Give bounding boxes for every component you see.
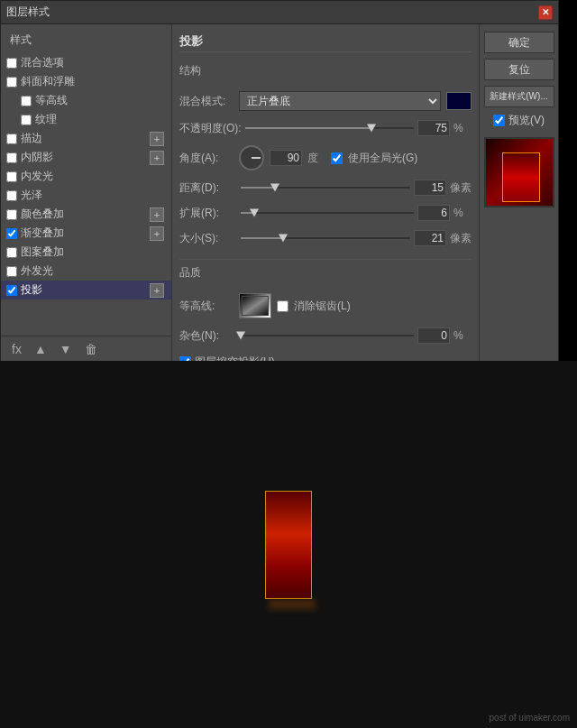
- size-input[interactable]: [414, 230, 446, 246]
- spread-slider[interactable]: [241, 207, 414, 219]
- new-style-button[interactable]: 新建样式(W)...: [484, 86, 554, 107]
- left-panel: 样式 混合选项 斜面和浮雕 等高线 纹理: [1, 24, 172, 367]
- titlebar: 图层样式 ✕: [1, 1, 558, 24]
- delete-icon[interactable]: 🗑: [81, 340, 101, 358]
- sidebar-item-blending[interactable]: 混合选项: [1, 53, 171, 72]
- outer-glow-checkbox[interactable]: [6, 266, 17, 277]
- sidebar-item-inner-shadow[interactable]: 内阴影 +: [1, 148, 171, 167]
- preview-row: 预览(V): [493, 113, 545, 128]
- pattern-overlay-label: 图案叠加: [21, 244, 64, 260]
- gradient-overlay-label: 渐变叠加: [21, 226, 64, 241]
- blend-mode-select[interactable]: 正片叠底 正常 溶解: [239, 91, 441, 111]
- inner-glow-checkbox[interactable]: [6, 171, 17, 182]
- opacity-input[interactable]: [417, 120, 450, 136]
- noise-unit: %: [453, 329, 472, 342]
- distance-row: 距离(D): 像素: [179, 180, 472, 196]
- sidebar-item-satin[interactable]: 光泽: [1, 186, 171, 205]
- sidebar-item-bevel[interactable]: 斜面和浮雕: [1, 72, 171, 91]
- pattern-overlay-checkbox[interactable]: [6, 247, 17, 258]
- spread-input[interactable]: [417, 205, 450, 221]
- contour-preview[interactable]: [239, 293, 271, 318]
- main-panel: 投影 结构 混合模式: 正片叠底 正常 溶解 不透明度(O):: [172, 24, 479, 367]
- sidebar-item-stroke[interactable]: 描边 +: [1, 129, 171, 148]
- opacity-label: 不透明度(O):: [179, 121, 242, 136]
- shape-shadow: [269, 599, 316, 610]
- noise-input[interactable]: [417, 327, 450, 344]
- blend-color-swatch[interactable]: [446, 92, 472, 110]
- ok-button[interactable]: 确定: [484, 32, 554, 53]
- inner-shadow-checkbox[interactable]: [6, 152, 17, 163]
- noise-row: 杂色(N): %: [179, 327, 472, 344]
- gradient-overlay-checkbox[interactable]: [6, 228, 17, 239]
- canvas-area: post of uimaker.com: [0, 361, 577, 728]
- angle-input[interactable]: [270, 150, 302, 166]
- contour-sub-checkbox[interactable]: [21, 96, 32, 106]
- opacity-row: 不透明度(O): %: [179, 120, 472, 136]
- use-global-light-checkbox[interactable]: [331, 152, 343, 164]
- gradient-overlay-plus-icon[interactable]: +: [150, 226, 164, 241]
- move-up-icon[interactable]: ▲: [31, 340, 50, 358]
- use-global-light-label: 使用全局光(G): [348, 151, 417, 166]
- size-unit: 像素: [450, 231, 472, 246]
- sidebar-item-color-overlay[interactable]: 颜色叠加 +: [1, 205, 171, 224]
- bevel-checkbox[interactable]: [6, 77, 17, 88]
- anti-alias-checkbox[interactable]: [277, 300, 288, 312]
- stroke-checkbox[interactable]: [6, 134, 17, 144]
- sidebar-item-inner-glow[interactable]: 内发光: [1, 167, 171, 186]
- contour-row: 等高线: 消除锯齿(L): [179, 293, 472, 318]
- sidebar-item-contour-sub[interactable]: 等高线: [1, 91, 171, 110]
- canvas-shape: [265, 491, 312, 599]
- blend-mode-label: 混合模式:: [179, 94, 234, 109]
- satin-checkbox[interactable]: [6, 190, 17, 201]
- angle-label: 角度(A):: [179, 151, 234, 166]
- sidebar-item-outer-glow[interactable]: 外发光: [1, 262, 171, 281]
- texture-sub-checkbox[interactable]: [21, 115, 32, 125]
- noise-label: 杂色(N):: [179, 328, 237, 344]
- blending-checkbox[interactable]: [6, 58, 17, 69]
- left-toolbar: fx ▲ ▼ 🗑: [1, 336, 171, 362]
- color-overlay-checkbox[interactable]: [6, 209, 17, 220]
- distance-slider[interactable]: [241, 181, 410, 194]
- move-down-icon[interactable]: ▼: [56, 340, 76, 358]
- drop-shadow-checkbox[interactable]: [6, 285, 17, 296]
- sidebar-item-texture-sub[interactable]: 纹理: [1, 110, 171, 129]
- angle-row: 角度(A): 度 使用全局光(G): [179, 145, 472, 170]
- drop-shadow-plus-icon[interactable]: +: [150, 283, 164, 298]
- noise-slider[interactable]: [241, 329, 414, 342]
- contour-label: 等高线:: [179, 299, 234, 314]
- spread-label: 扩展(R):: [179, 206, 237, 221]
- preview-box: [484, 137, 554, 207]
- inner-glow-label: 内发光: [21, 169, 53, 184]
- layer-style-dialog: 图层样式 ✕ 样式 混合选项 斜面和浮雕 等高线: [0, 0, 559, 368]
- shape-body: [265, 491, 312, 599]
- close-button[interactable]: ✕: [538, 5, 553, 20]
- texture-sub-label: 纹理: [35, 112, 57, 127]
- satin-label: 光泽: [21, 188, 42, 203]
- sidebar-item-pattern-overlay[interactable]: 图案叠加: [1, 243, 171, 262]
- styles-section-label: 样式: [1, 30, 171, 53]
- dialog-body: 样式 混合选项 斜面和浮雕 等高线 纹理: [1, 24, 558, 367]
- color-overlay-plus-icon[interactable]: +: [150, 207, 164, 222]
- distance-input[interactable]: [414, 180, 446, 196]
- drop-shadow-label: 投影: [21, 282, 42, 298]
- section-title: 投影: [179, 32, 472, 52]
- inner-shadow-plus-icon[interactable]: +: [150, 151, 164, 165]
- fx-label[interactable]: fx: [8, 340, 25, 358]
- opacity-slider[interactable]: [245, 122, 414, 134]
- contour-sub-label: 等高线: [35, 93, 68, 108]
- stroke-label: 描边: [21, 131, 42, 146]
- structure-label: 结构: [179, 61, 472, 80]
- quality-label: 品质: [179, 259, 472, 282]
- reset-button[interactable]: 复位: [484, 59, 554, 80]
- distance-unit: 像素: [450, 180, 472, 196]
- preview-checkbox[interactable]: [493, 115, 505, 126]
- stroke-plus-icon[interactable]: +: [150, 132, 164, 146]
- sidebar-item-drop-shadow[interactable]: 投影 +: [1, 281, 171, 299]
- size-slider[interactable]: [241, 232, 410, 244]
- watermark: post of uimaker.com: [490, 713, 570, 723]
- sidebar-item-gradient-overlay[interactable]: 渐变叠加 +: [1, 224, 171, 243]
- angle-widget[interactable]: [239, 145, 264, 170]
- action-panel: 确定 复位 新建样式(W)... 预览(V): [479, 24, 558, 367]
- opacity-unit: %: [453, 122, 472, 134]
- preview-shape: [502, 152, 540, 202]
